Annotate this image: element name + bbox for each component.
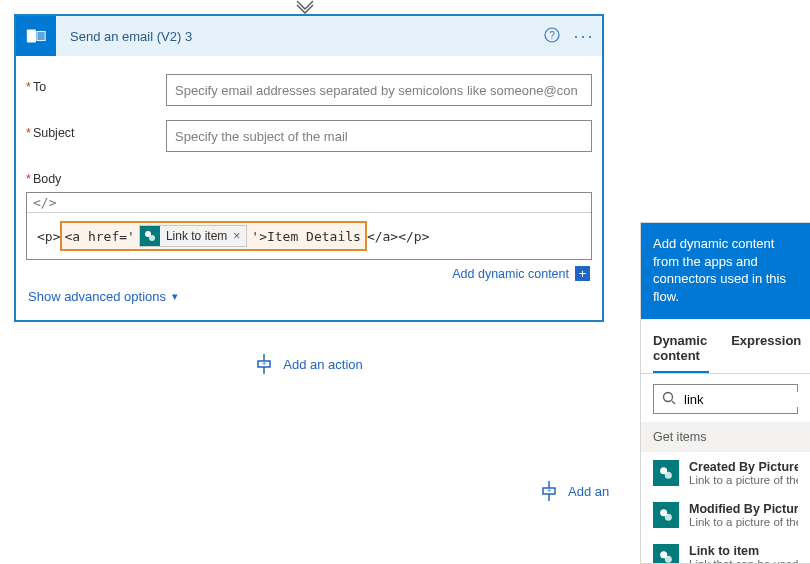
plus-icon: + bbox=[575, 266, 590, 281]
dynamic-item-modified-by-picture[interactable]: Modified By Picture Link to a picture of… bbox=[641, 494, 810, 536]
body-text: <p> bbox=[37, 229, 60, 244]
subject-row: *Subject bbox=[26, 120, 592, 152]
to-label: *To bbox=[26, 74, 166, 94]
help-icon[interactable]: ? bbox=[538, 27, 566, 46]
dynamic-content-search-input[interactable] bbox=[684, 392, 810, 407]
svg-point-6 bbox=[149, 235, 155, 241]
code-view-icon[interactable]: </> bbox=[27, 193, 591, 213]
dynamic-content-tabs: Dynamic content Expression bbox=[641, 325, 810, 374]
card-header[interactable]: Send an email (V2) 3 ? ··· bbox=[16, 16, 602, 56]
svg-point-16 bbox=[665, 514, 672, 521]
tab-expression[interactable]: Expression bbox=[731, 325, 803, 373]
dynamic-content-group-header: Get items bbox=[641, 422, 810, 452]
svg-point-18 bbox=[665, 556, 672, 563]
more-menu-icon[interactable]: ··· bbox=[566, 26, 602, 47]
body-label: *Body bbox=[26, 166, 592, 186]
add-action-button[interactable]: + Add an action bbox=[14, 354, 604, 374]
svg-rect-0 bbox=[27, 30, 36, 43]
dynamic-item-created-by-picture[interactable]: Created By Picture Link to a picture of … bbox=[641, 452, 810, 494]
svg-rect-1 bbox=[37, 31, 45, 40]
svg-text:+: + bbox=[547, 486, 552, 495]
dynamic-item-title: Link to item bbox=[689, 544, 798, 558]
tab-dynamic-content[interactable]: Dynamic content bbox=[653, 325, 709, 373]
to-row: *To bbox=[26, 74, 592, 106]
token-label: Link to item bbox=[166, 229, 227, 243]
dynamic-item-title: Modified By Picture bbox=[689, 502, 798, 516]
dynamic-item-title: Created By Picture bbox=[689, 460, 798, 474]
dynamic-item-subtitle: Link to a picture of the user bbox=[689, 516, 798, 528]
to-input[interactable] bbox=[166, 74, 592, 106]
sharepoint-icon bbox=[653, 544, 679, 564]
subject-input[interactable] bbox=[166, 120, 592, 152]
sharepoint-icon bbox=[653, 502, 679, 528]
dynamic-content-search[interactable] bbox=[653, 384, 798, 414]
body-content[interactable]: <p> <a href=' Link to item × '>Item Deta… bbox=[27, 213, 591, 259]
svg-line-12 bbox=[672, 401, 675, 404]
svg-point-14 bbox=[665, 472, 672, 479]
send-email-card: Send an email (V2) 3 ? ··· *To *Subject … bbox=[14, 14, 604, 322]
sharepoint-icon bbox=[140, 226, 160, 246]
add-dynamic-content-link[interactable]: Add dynamic content + bbox=[452, 266, 590, 281]
dynamic-content-panel: Add dynamic content from the apps and co… bbox=[640, 222, 810, 564]
search-icon bbox=[662, 391, 676, 408]
subject-label: *Subject bbox=[26, 120, 166, 140]
insert-step-icon: + bbox=[540, 481, 558, 501]
body-highlight: <a href=' Link to item × '>Item Details bbox=[60, 221, 366, 251]
svg-point-11 bbox=[664, 392, 673, 401]
dynamic-item-subtitle: Link to a picture of the user bbox=[689, 474, 798, 486]
svg-text:+: + bbox=[262, 359, 267, 368]
sharepoint-icon bbox=[653, 460, 679, 486]
svg-text:?: ? bbox=[549, 30, 555, 41]
chevron-down-icon: ▾ bbox=[172, 290, 178, 303]
body-editor[interactable]: </> <p> <a href=' Link to item × bbox=[26, 192, 592, 260]
outlook-icon bbox=[16, 16, 56, 56]
token-remove-icon[interactable]: × bbox=[233, 229, 240, 243]
dynamic-item-subtitle: Link that can be used to open the item bbox=[689, 558, 798, 564]
dynamic-content-banner: Add dynamic content from the apps and co… bbox=[641, 223, 810, 319]
insert-step-icon: + bbox=[255, 354, 273, 374]
card-title: Send an email (V2) 3 bbox=[56, 29, 538, 44]
dynamic-token-link-to-item[interactable]: Link to item × bbox=[139, 225, 247, 247]
dynamic-item-link-to-item[interactable]: Link to item Link that can be used to op… bbox=[641, 536, 810, 564]
show-advanced-options-link[interactable]: Show advanced options ▾ bbox=[26, 285, 592, 312]
